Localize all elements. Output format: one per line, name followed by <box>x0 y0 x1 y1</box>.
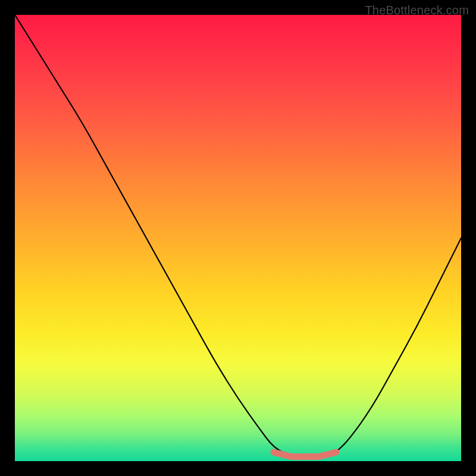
chart-svg <box>15 15 461 461</box>
chart-plot-area <box>15 15 461 461</box>
bottleneck-curve-line <box>15 15 461 457</box>
watermark-text: TheBottleneck.com <box>365 4 469 17</box>
optimal-band-line <box>274 452 336 457</box>
